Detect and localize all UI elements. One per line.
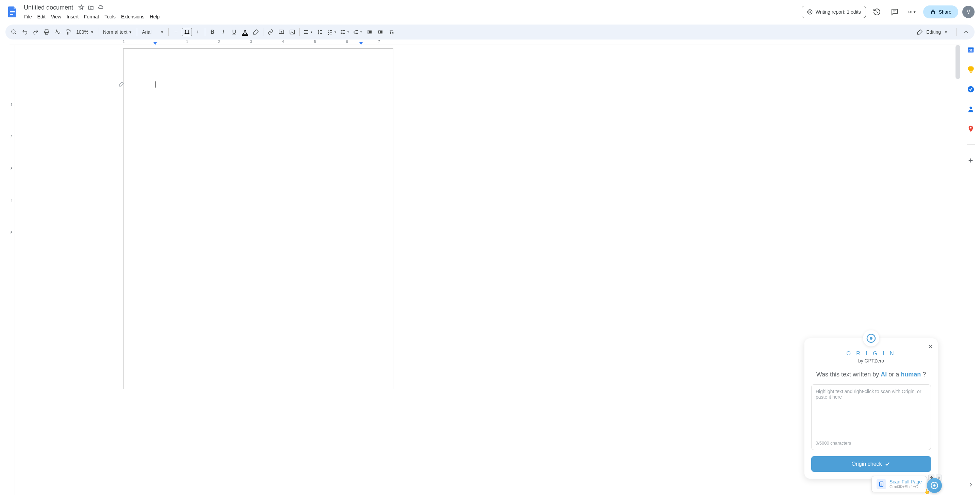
maps-icon[interactable] <box>964 122 978 136</box>
separator <box>263 28 263 36</box>
decrease-font-size-button[interactable]: − <box>171 27 181 37</box>
star-icon[interactable] <box>78 4 85 11</box>
highlight-button[interactable] <box>251 27 261 37</box>
cloud-status-icon[interactable] <box>97 4 104 11</box>
move-icon[interactable] <box>88 4 94 11</box>
svg-point-55 <box>870 337 872 340</box>
scan-full-page-panel[interactable]: Scan Full Page Cmd⌘+Shift+O <box>872 476 927 492</box>
side-panel: 31 + <box>961 40 980 495</box>
clear-formatting-button[interactable] <box>386 27 396 37</box>
vertical-scrollbar[interactable] <box>956 45 960 79</box>
contacts-icon[interactable] <box>964 102 978 116</box>
text-color-button[interactable]: A <box>240 27 250 37</box>
separator <box>967 144 975 145</box>
tasks-icon[interactable] <box>964 83 978 96</box>
bold-button[interactable]: B <box>207 27 218 37</box>
origin-by-line: by GPTZero <box>811 358 931 364</box>
origin-check-button[interactable]: Origin check <box>811 456 931 472</box>
bulleted-list-button[interactable]: ▼ <box>339 27 351 37</box>
redo-icon[interactable] <box>30 27 41 37</box>
svg-point-28 <box>341 30 342 31</box>
editing-mode-button[interactable]: Editing ▼ <box>912 27 953 37</box>
chevron-down-icon: ▼ <box>944 30 948 34</box>
add-addon-button[interactable]: + <box>964 154 978 167</box>
font-value: Arial <box>142 29 151 35</box>
font-size-control: − + <box>171 27 203 37</box>
chevron-down-icon: ▼ <box>334 31 337 34</box>
undo-icon[interactable] <box>20 27 30 37</box>
svg-point-4 <box>809 11 811 13</box>
cursor-pointer-icon: 👆 <box>924 489 930 494</box>
svg-text:31: 31 <box>969 49 972 52</box>
menu-view[interactable]: View <box>49 13 64 21</box>
collapse-toolbar-button[interactable] <box>961 27 971 37</box>
ruler-mark: 1 <box>123 40 125 44</box>
insert-comment-button[interactable] <box>276 27 286 37</box>
calendar-icon[interactable]: 31 <box>964 43 978 57</box>
docs-logo[interactable] <box>5 5 19 19</box>
chevron-down-icon: ▼ <box>160 30 164 34</box>
left-indent-marker[interactable] <box>153 42 157 45</box>
history-icon[interactable] <box>870 5 884 19</box>
vertical-ruler[interactable]: 1 2 3 4 5 <box>10 45 15 495</box>
origin-question: Was this text written by AI or a human ? <box>811 371 931 378</box>
document-container: 1 1 2 3 4 5 6 7 1 2 3 4 5 <box>10 40 961 495</box>
ai-suggestion-icon[interactable] <box>119 81 124 87</box>
origin-logo-icon <box>863 330 879 346</box>
line-spacing-button[interactable] <box>315 27 325 37</box>
paragraph-style-select[interactable]: Normal text▼ <box>100 29 135 35</box>
checklist-button[interactable]: ▼ <box>326 27 338 37</box>
menu-edit[interactable]: Edit <box>35 13 48 21</box>
print-icon[interactable] <box>41 27 52 37</box>
font-size-input[interactable] <box>182 28 192 36</box>
menu-format[interactable]: Format <box>82 13 102 21</box>
paint-format-icon[interactable] <box>63 27 73 37</box>
align-button[interactable]: ▼ <box>302 27 314 37</box>
insert-image-button[interactable] <box>287 27 298 37</box>
hide-side-panel-button[interactable] <box>964 478 978 492</box>
ruler-mark: 3 <box>250 40 252 44</box>
zoom-value: 100% <box>76 29 89 35</box>
zoom-select[interactable]: 100%▼ <box>74 29 96 35</box>
font-select[interactable]: Arial▼ <box>139 29 166 35</box>
editing-label: Editing <box>926 29 941 35</box>
horizontal-ruler[interactable]: 1 1 2 3 4 5 6 7 <box>10 40 961 45</box>
origin-text-input[interactable] <box>816 389 927 436</box>
comments-icon[interactable] <box>888 5 901 19</box>
search-menu-icon[interactable] <box>9 27 19 37</box>
chevron-down-icon: ▼ <box>310 31 313 34</box>
increase-font-size-button[interactable]: + <box>192 27 203 37</box>
italic-button[interactable]: I <box>218 27 228 37</box>
avatar[interactable]: V <box>962 6 975 18</box>
menu-extensions[interactable]: Extensions <box>119 13 147 21</box>
menu-bar: File Edit View Insert Format Tools Exten… <box>22 13 802 21</box>
chevron-down-icon: ▼ <box>91 30 94 34</box>
menu-help[interactable]: Help <box>147 13 162 21</box>
menu-file[interactable]: File <box>22 13 34 21</box>
spellcheck-icon[interactable] <box>52 27 63 37</box>
document-page[interactable] <box>123 48 393 389</box>
ruler-mark: 2 <box>11 135 13 139</box>
underline-button[interactable]: U <box>229 27 239 37</box>
insert-link-button[interactable] <box>266 27 275 37</box>
increase-indent-button[interactable] <box>375 27 385 37</box>
origin-char-counter: 0/5000 characters <box>816 441 927 446</box>
video-call-button[interactable]: ▼ <box>905 5 919 19</box>
toolbar: 100%▼ Normal text▼ Arial▼ − + B I U A ▼ … <box>5 24 975 40</box>
decrease-indent-button[interactable] <box>364 27 375 37</box>
chevron-down-icon: ▼ <box>347 31 350 34</box>
writing-report-button[interactable]: Writing report: 1 edits <box>802 6 866 18</box>
close-icon[interactable]: ✕ <box>928 343 933 351</box>
menu-tools[interactable]: Tools <box>102 13 118 21</box>
ruler-mark: 1 <box>11 103 13 107</box>
document-title[interactable]: Untitled document <box>22 3 75 12</box>
chevron-down-icon: ▼ <box>360 31 363 34</box>
svg-rect-8 <box>931 11 934 14</box>
keep-icon[interactable] <box>964 63 978 76</box>
numbered-list-button[interactable]: 123▼ <box>352 27 364 37</box>
style-value: Normal text <box>103 29 127 35</box>
avatar-letter: V <box>967 9 970 15</box>
share-button[interactable]: Share <box>923 5 958 18</box>
right-indent-marker[interactable] <box>360 42 363 45</box>
menu-insert[interactable]: Insert <box>64 13 81 21</box>
